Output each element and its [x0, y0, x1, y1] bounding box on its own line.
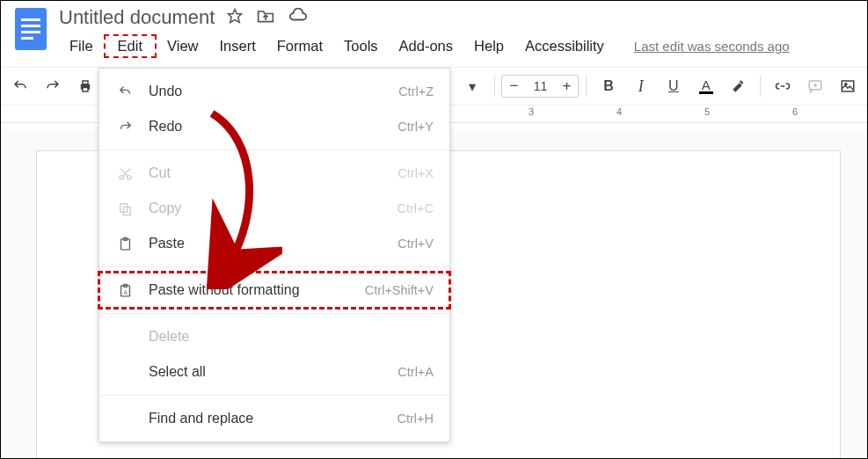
menu-item-copy: Copy Ctrl+C — [99, 191, 449, 226]
paste-plain-icon: A — [115, 283, 135, 298]
ruler-mark: 6 — [792, 106, 798, 117]
menu-item-label: Select all — [149, 364, 398, 380]
underline-button[interactable]: U — [659, 71, 688, 101]
svg-marker-5 — [229, 10, 242, 23]
text-color-button[interactable]: A — [691, 71, 720, 101]
svg-rect-0 — [15, 8, 47, 50]
insert-image-button[interactable] — [833, 71, 862, 101]
menu-item-cut: Cut Ctrl+X — [99, 156, 449, 191]
menu-item-delete: Delete — [99, 319, 449, 354]
menu-item-shortcut: Ctrl+X — [398, 166, 434, 180]
menu-item-label: Undo — [149, 84, 398, 99]
menu-item-shortcut: Ctrl+Y — [398, 120, 434, 134]
font-size-increase-button[interactable]: + — [555, 77, 578, 95]
undo-button[interactable] — [6, 71, 35, 101]
svg-rect-4 — [21, 37, 33, 40]
menu-item-select-all[interactable]: Select all Ctrl+A — [99, 354, 449, 390]
menu-item-shortcut: Ctrl+A — [398, 365, 434, 379]
ruler-mark: 3 — [529, 106, 534, 117]
last-edit-link[interactable]: Last edit was seconds ago — [634, 39, 790, 54]
print-button[interactable] — [71, 71, 100, 101]
highlight-color-button[interactable] — [724, 71, 753, 101]
menu-item-find-and-replace[interactable]: Find and replace Ctrl+H — [99, 401, 449, 436]
menu-insert[interactable]: Insert — [209, 34, 266, 58]
menu-item-label: Copy — [149, 200, 398, 216]
font-size-decrease-button[interactable]: − — [502, 77, 525, 95]
menu-item-label: Delete — [149, 329, 434, 345]
menu-edit[interactable]: Edit — [104, 34, 157, 58]
menu-item-paste-without-formatting[interactable]: A Paste without formatting Ctrl+Shift+V — [99, 273, 449, 308]
menu-accessibility[interactable]: Accessibility — [514, 34, 615, 58]
document-title[interactable]: Untitled document — [59, 6, 215, 29]
paste-icon — [115, 237, 135, 251]
star-icon[interactable] — [227, 8, 243, 27]
copy-icon — [115, 201, 135, 216]
ruler-mark: 5 — [704, 106, 710, 117]
italic-button[interactable]: I — [626, 71, 655, 101]
menu-item-label: Paste without formatting — [149, 282, 365, 298]
move-to-folder-icon[interactable] — [257, 8, 274, 27]
cloud-status-icon[interactable] — [288, 8, 308, 27]
font-size-control: − 11 + — [501, 75, 579, 98]
menu-item-undo[interactable]: Undo Ctrl+Z — [99, 74, 449, 109]
add-comment-button[interactable] — [800, 71, 829, 101]
svg-text:A: A — [123, 288, 128, 295]
svg-point-11 — [844, 84, 846, 85]
svg-rect-1 — [21, 18, 40, 21]
menu-item-label: Cut — [149, 165, 398, 181]
style-dropdown-arrow-icon[interactable]: ▾ — [458, 71, 487, 101]
bold-button[interactable]: B — [594, 71, 623, 101]
undo-icon — [115, 84, 135, 99]
menu-item-shortcut: Ctrl+V — [398, 237, 434, 251]
ruler-mark: 4 — [616, 106, 622, 117]
menu-item-redo[interactable]: Redo Ctrl+Y — [99, 109, 449, 144]
svg-rect-7 — [83, 81, 88, 84]
edit-dropdown-menu: Undo Ctrl+Z Redo Ctrl+Y Cut Ctrl+X Copy … — [98, 68, 450, 442]
svg-rect-3 — [21, 31, 40, 33]
svg-rect-8 — [83, 88, 88, 92]
menu-item-shortcut: Ctrl+Z — [398, 84, 434, 98]
menu-item-paste[interactable]: Paste Ctrl+V — [99, 226, 449, 261]
redo-button[interactable] — [39, 71, 68, 101]
menu-help[interactable]: Help — [463, 34, 514, 58]
redo-icon — [115, 120, 135, 135]
menu-addons[interactable]: Add-ons — [389, 34, 463, 58]
menu-item-shortcut: Ctrl+Shift+V — [365, 283, 434, 297]
font-size-value[interactable]: 11 — [525, 79, 555, 93]
menu-view[interactable]: View — [157, 34, 208, 58]
docs-logo-icon[interactable] — [15, 8, 47, 50]
menubar: File Edit View Insert Format Tools Add-o… — [59, 34, 790, 58]
menu-item-label: Paste — [149, 236, 398, 251]
menu-item-shortcut: Ctrl+C — [398, 201, 434, 215]
menu-format[interactable]: Format — [266, 34, 333, 58]
menu-item-label: Find and replace — [149, 411, 398, 426]
cut-icon — [115, 166, 135, 181]
insert-link-button[interactable] — [768, 71, 797, 101]
menu-item-shortcut: Ctrl+H — [398, 412, 434, 426]
menu-item-label: Redo — [149, 119, 398, 135]
svg-rect-2 — [21, 25, 40, 27]
menu-tools[interactable]: Tools — [333, 34, 389, 58]
menu-file[interactable]: File — [59, 34, 104, 58]
